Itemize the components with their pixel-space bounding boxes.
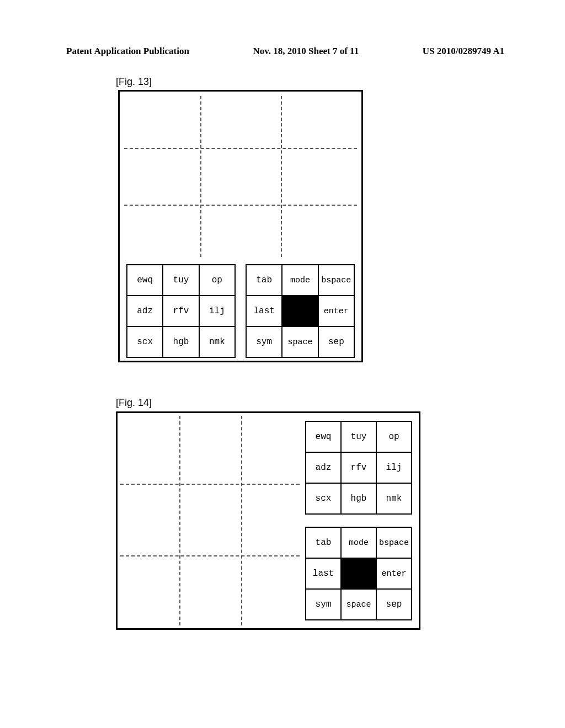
fig13-touch-grid (120, 92, 361, 261)
key-space: space (282, 326, 318, 357)
key-sym: sym (246, 326, 282, 357)
key-tuy: tuy (163, 265, 199, 296)
grid-dash-vertical (200, 96, 201, 257)
key-ewq: ewq (127, 265, 163, 296)
key-nmk: nmk (199, 326, 235, 357)
figure-13: ewq tuy op adz rfv ilj scx hgb nmk tab m… (118, 90, 363, 362)
key-sep: sep (376, 589, 412, 620)
header-left: Patent Application Publication (66, 46, 189, 57)
key-ilj: ilj (376, 452, 412, 483)
key-ewq: ewq (306, 421, 341, 452)
grid-dash-vertical (281, 96, 282, 257)
key-enter: enter (318, 296, 354, 326)
header-mid: Nov. 18, 2010 Sheet 7 of 11 (253, 46, 359, 57)
key-ilj: ilj (199, 296, 235, 326)
key-adz: adz (127, 296, 163, 326)
key-scx: scx (127, 326, 163, 357)
key-center-black (282, 296, 318, 326)
key-tuy: tuy (341, 421, 376, 452)
key-scx: scx (306, 483, 341, 514)
grid-dash-vertical (241, 416, 242, 625)
key-adz: adz (306, 452, 341, 483)
key-mode: mode (282, 265, 318, 296)
grid-dash-vertical (179, 416, 180, 625)
key-rfv: rfv (341, 452, 376, 483)
grid-dash-horizontal (124, 205, 357, 206)
grid-dash-horizontal (124, 148, 357, 149)
key-space: space (341, 589, 376, 620)
fig14-top-keypad: ewq tuy op adz rfv ilj scx hgb nmk (305, 421, 412, 515)
header-right: US 2010/0289749 A1 (423, 46, 504, 57)
key-bspace: bspace (376, 527, 412, 558)
figure-14-label: [Fig. 14] (116, 397, 152, 409)
key-hgb: hgb (341, 483, 376, 514)
key-tab: tab (246, 265, 282, 296)
key-mode: mode (341, 527, 376, 558)
key-nmk: nmk (376, 483, 412, 514)
key-hgb: hgb (163, 326, 199, 357)
fig14-touch-grid (118, 413, 302, 628)
figure-14: ewq tuy op adz rfv ilj scx hgb nmk tab m… (116, 411, 420, 630)
fig13-right-keypad: tab mode bspace last enter sym space sep (246, 264, 355, 358)
key-bspace: bspace (318, 265, 354, 296)
key-last: last (246, 296, 282, 326)
key-sep: sep (318, 326, 354, 357)
grid-dash-horizontal (120, 555, 300, 556)
key-tab: tab (306, 527, 341, 558)
figure-13-label: [Fig. 13] (116, 76, 152, 88)
page-header: Patent Application Publication Nov. 18, … (66, 46, 504, 57)
fig14-bottom-keypad: tab mode bspace last enter sym space sep (305, 527, 412, 620)
fig13-left-keypad: ewq tuy op adz rfv ilj scx hgb nmk (126, 264, 236, 358)
key-op: op (199, 265, 235, 296)
key-last: last (306, 558, 341, 589)
key-rfv: rfv (163, 296, 199, 326)
key-op: op (376, 421, 412, 452)
key-center-black (341, 558, 376, 589)
grid-dash-horizontal (120, 484, 300, 485)
key-enter: enter (376, 558, 412, 589)
key-sym: sym (306, 589, 341, 620)
